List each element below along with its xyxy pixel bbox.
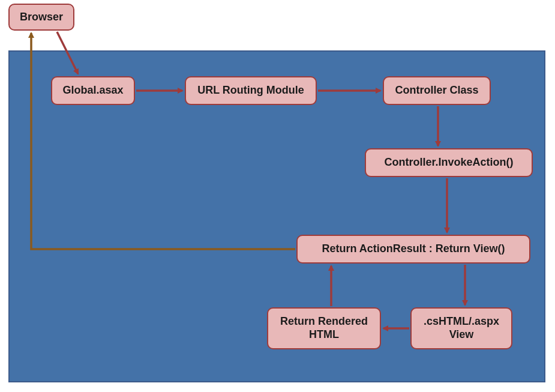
node-invoke-action: Controller.InvokeAction(): [365, 148, 533, 177]
label-browser: Browser: [20, 11, 63, 24]
label-url-routing: URL Routing Module: [197, 84, 304, 97]
node-global-asax: Global.asax: [51, 76, 135, 105]
label-cshtml-view: .csHTML/.aspx View: [420, 315, 503, 341]
label-controller-class: Controller Class: [395, 84, 478, 97]
node-url-routing: URL Routing Module: [185, 76, 317, 105]
node-return-rendered: Return Rendered HTML: [267, 307, 381, 349]
label-return-rendered: Return Rendered HTML: [277, 315, 371, 341]
node-return-actionresult: Return ActionResult : Return View(): [296, 235, 530, 264]
label-return-actionresult: Return ActionResult : Return View(): [322, 243, 505, 256]
node-cshtml-view: .csHTML/.aspx View: [410, 307, 512, 349]
label-global-asax: Global.asax: [62, 84, 123, 97]
node-browser: Browser: [8, 4, 74, 31]
label-invoke-action: Controller.InvokeAction(): [384, 156, 513, 169]
node-controller-class: Controller Class: [383, 76, 491, 105]
